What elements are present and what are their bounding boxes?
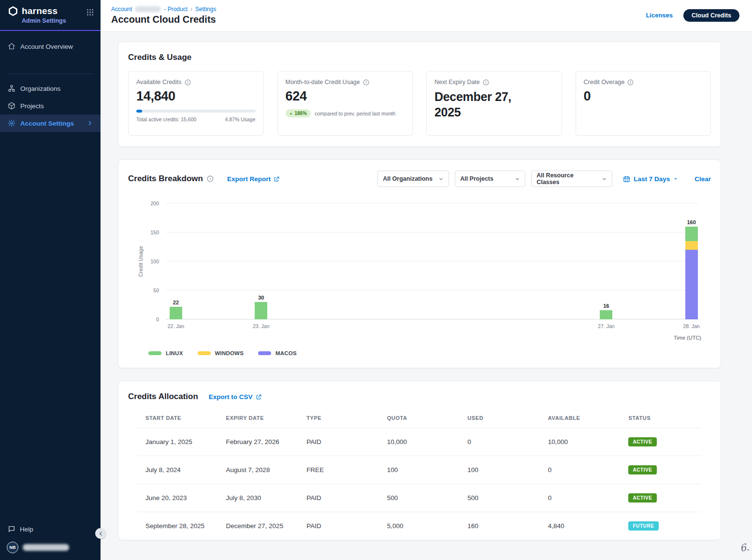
spacer xyxy=(0,55,101,68)
table-row: June 20, 2023July 8, 2030PAID5005000ACTI… xyxy=(138,484,701,512)
available-credits-value: 14,840 xyxy=(136,89,256,104)
table-cell: 500 xyxy=(460,484,540,512)
bar-segment-windows xyxy=(685,241,698,250)
legend-item-linux[interactable]: LINUX xyxy=(148,350,183,356)
user-account[interactable]: NB xyxy=(0,538,101,560)
table-cell: June 20, 2023 xyxy=(138,484,218,512)
bar-segment-linux xyxy=(600,310,612,319)
bar-23-jan[interactable]: 30 xyxy=(255,295,267,319)
credit-usage-chart: Credit Usage Time (UTC) 0501001502002222… xyxy=(166,203,698,319)
gridline xyxy=(166,261,698,261)
bar-22-jan[interactable]: 22 xyxy=(170,300,182,319)
org-icon xyxy=(8,85,15,92)
projects-icon xyxy=(8,102,15,110)
breadcrumb-settings-link[interactable]: Settings xyxy=(195,6,216,13)
chevron-down-icon xyxy=(602,176,607,182)
table-cell: PAID xyxy=(299,428,379,456)
credits-allocation-table: START DATE EXPIRY DATE TYPE QUOTA USED A… xyxy=(138,406,701,540)
legend-label: WINDOWS xyxy=(215,350,244,356)
sidebar-collapse-button[interactable] xyxy=(95,528,106,539)
sidebar-item-projects[interactable]: Projects xyxy=(0,97,101,115)
column-header-available: AVAILABLE xyxy=(540,406,621,428)
calendar-icon xyxy=(623,175,630,183)
export-report-label: Export Report xyxy=(227,175,271,183)
bar-value-label: 16 xyxy=(600,303,612,309)
info-icon[interactable] xyxy=(185,79,191,86)
total-active-credits: Total active credits: 15,600 xyxy=(136,116,196,122)
export-report-link[interactable]: Export Report xyxy=(227,175,280,183)
next-expiry-value: December 27, 2025 xyxy=(434,89,531,120)
table-cell: February 27, 2026 xyxy=(218,428,299,456)
x-tick-label: 23. Jan xyxy=(253,323,269,329)
organizations-filter-select[interactable]: All Organizations xyxy=(377,171,449,187)
trend-badge: ▲ 186% xyxy=(286,109,311,117)
stat-card-credit-overage: Credit Overage 0 xyxy=(576,71,711,136)
projects-filter-select[interactable]: All Projects xyxy=(455,171,525,187)
y-tick-label: 200 xyxy=(150,201,159,206)
sidebar-item-account-overview[interactable]: Account Overview xyxy=(0,38,101,55)
gridline xyxy=(166,319,698,319)
credits-allocation-title: Credits Allocation xyxy=(128,392,198,402)
resource-classes-filter-select[interactable]: All Resource Classes xyxy=(531,171,612,187)
breadcrumb: Account - Product › Settings xyxy=(111,6,216,13)
main-area: Account - Product › Settings Account Clo… xyxy=(101,0,752,560)
info-icon[interactable] xyxy=(363,79,369,86)
export-csv-link[interactable]: Export to CSV xyxy=(209,393,262,401)
stat-label: Credit Overage xyxy=(584,79,625,86)
app-grid-icon[interactable] xyxy=(87,9,94,18)
caret-down-icon xyxy=(673,176,678,181)
gridline xyxy=(166,232,698,232)
table-cell: July 8, 2024 xyxy=(138,456,218,484)
avatar[interactable]: NB xyxy=(7,542,18,553)
table-cell: 0 xyxy=(540,484,621,512)
cloud-credits-button[interactable]: Cloud Credits xyxy=(683,9,739,22)
breadcrumb-account-link[interactable]: Account xyxy=(111,6,132,13)
redacted-username xyxy=(23,544,69,551)
credits-breakdown-title: Credits Breakdown xyxy=(128,174,203,184)
trend-up-icon: ▲ xyxy=(289,112,293,115)
info-icon[interactable] xyxy=(207,175,214,182)
legend-item-windows[interactable]: WINDOWS xyxy=(198,350,244,356)
table-cell: 0 xyxy=(540,456,621,484)
table-header-row: START DATE EXPIRY DATE TYPE QUOTA USED A… xyxy=(138,406,701,428)
legend-item-macos[interactable]: MACOS xyxy=(258,350,297,356)
bar-28-jan[interactable]: 160 xyxy=(685,219,698,319)
sidebar-item-account-settings[interactable]: Account Settings xyxy=(0,115,101,132)
x-axis-title: Time (UTC) xyxy=(674,335,701,341)
licenses-link[interactable]: Licenses xyxy=(646,12,673,19)
y-tick-label: 0 xyxy=(156,316,159,322)
info-icon[interactable] xyxy=(483,79,489,86)
table-cell: December 27, 2025 xyxy=(218,512,299,540)
bar-value-label: 160 xyxy=(685,219,698,225)
clear-filters-link[interactable]: Clear xyxy=(694,175,711,183)
date-range-label: Last 7 Days xyxy=(634,175,670,183)
table-cell: July 8, 2030 xyxy=(218,484,299,512)
help-button[interactable]: Help xyxy=(0,520,101,538)
bar-segment-macos xyxy=(685,250,698,319)
bar-value-label: 30 xyxy=(255,295,267,301)
column-header-expiry-date: EXPIRY DATE xyxy=(218,406,299,428)
chevron-down-icon xyxy=(515,176,520,182)
legend-label: LINUX xyxy=(166,350,183,356)
column-header-used: USED xyxy=(460,406,540,428)
credit-overage-value: 0 xyxy=(584,89,703,104)
x-tick-label: 28. Jan xyxy=(683,323,699,329)
bar-27-jan[interactable]: 16 xyxy=(600,303,612,319)
sidebar-item-organizations[interactable]: Organizations xyxy=(0,80,101,97)
table-cell: September 28, 2025 xyxy=(138,512,218,540)
table-cell: 100 xyxy=(379,456,460,484)
table-cell: August 7, 2028 xyxy=(218,456,299,484)
date-range-picker[interactable]: Last 7 Days xyxy=(623,175,678,183)
table-cell-status: ACTIVE xyxy=(621,456,701,484)
help-label: Help xyxy=(20,526,33,533)
harness-logo-icon xyxy=(8,6,18,16)
usage-progress-bar xyxy=(136,110,256,113)
breadcrumb-product-link[interactable]: - Product xyxy=(164,6,188,13)
table-cell: 0 xyxy=(460,428,540,456)
x-tick-label: 27. Jan xyxy=(598,323,614,329)
progress-fill xyxy=(136,110,142,113)
table-row: January 1, 2025February 27, 2026PAID10,0… xyxy=(138,428,701,456)
breadcrumb-separator: › xyxy=(190,6,192,13)
info-icon[interactable] xyxy=(627,79,634,86)
column-header-type: TYPE xyxy=(299,406,379,428)
